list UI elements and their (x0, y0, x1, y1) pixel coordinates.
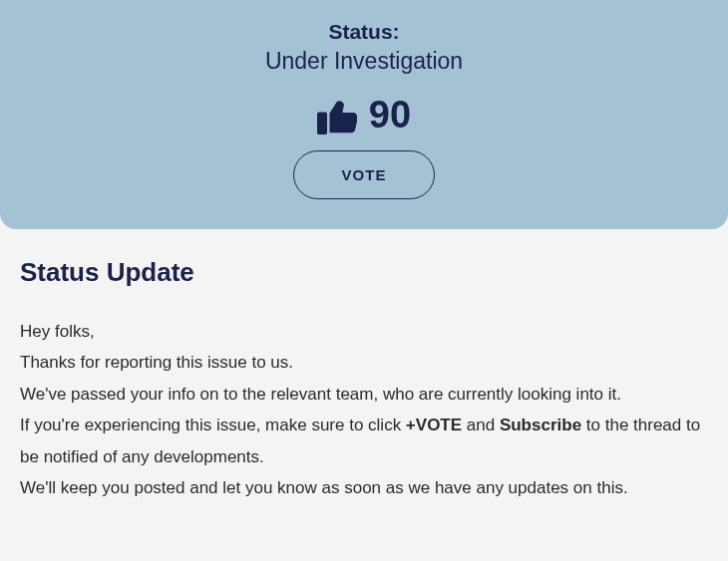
thumbs-up-icon (317, 95, 357, 135)
status-update-section: Status Update Hey folks, Thanks for repo… (0, 229, 728, 524)
update-line-2: We've passed your info on to the relevan… (20, 379, 708, 410)
vote-row: 90 (20, 95, 708, 135)
update-line-1: Thanks for reporting this issue to us. (20, 347, 708, 378)
update-line-3b: and (462, 416, 500, 434)
vote-count: 90 (369, 96, 411, 134)
update-line-3: If you're experiencing this issue, make … (20, 410, 708, 472)
status-card: Status: Under Investigation 90 VOTE (0, 0, 728, 229)
status-value: Under Investigation (20, 48, 708, 75)
update-vote-emphasis: +VOTE (406, 416, 462, 434)
update-line-4: We'll keep you posted and let you know a… (20, 472, 708, 503)
update-greeting: Hey folks, (20, 316, 708, 347)
status-update-body: Hey folks, Thanks for reporting this iss… (20, 316, 708, 504)
update-line-3a: If you're experiencing this issue, make … (20, 416, 406, 434)
vote-button[interactable]: VOTE (293, 150, 436, 199)
status-label: Status: (20, 20, 708, 44)
status-update-heading: Status Update (20, 257, 708, 288)
update-subscribe-emphasis: Subscribe (500, 416, 581, 434)
